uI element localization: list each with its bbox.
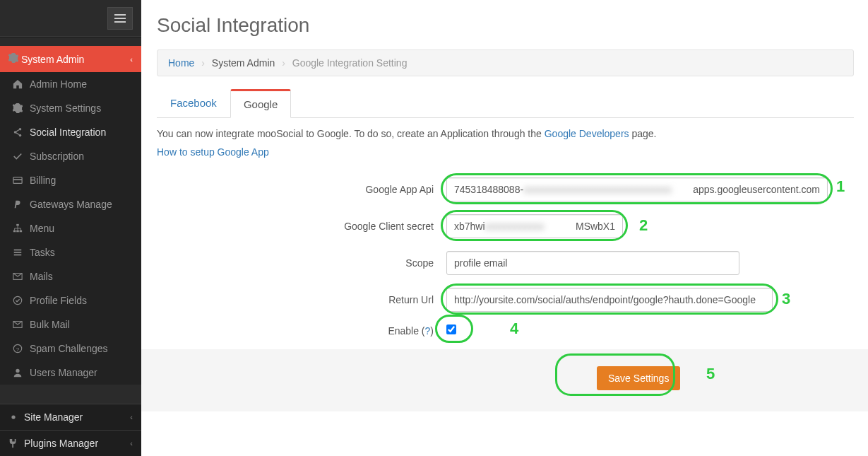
user-icon: [13, 368, 23, 378]
question-icon: ?: [13, 344, 23, 353]
sidebar-footer-label: Plugins Manager: [24, 438, 98, 449]
intro-prefix: You can now integrate mooSocial to Googl…: [157, 128, 545, 139]
sidebar-item-label: Tasks: [30, 247, 55, 258]
share-icon: [13, 127, 23, 137]
sidebar-item-bulk-mail[interactable]: Bulk Mail: [0, 312, 141, 337]
main-content: Social Integration Home › System Admin ›…: [141, 0, 868, 456]
save-settings-button[interactable]: Save Settings: [597, 366, 680, 390]
intro-suffix: page.: [629, 128, 657, 139]
page-title: Social Integration: [157, 14, 854, 37]
sidebar-item-tasks[interactable]: Tasks: [0, 240, 141, 264]
annotation-number-3: 3: [782, 290, 790, 308]
annotation-number-2: 2: [639, 216, 648, 235]
sidebar-item-social-integration[interactable]: Social Integration: [0, 120, 141, 144]
svg-rect-9: [14, 250, 22, 251]
sidebar-item-users-manager[interactable]: Users Manager: [0, 361, 141, 385]
svg-rect-11: [14, 255, 22, 256]
home-icon: [13, 79, 23, 89]
sidebar-item-label: Admin Home: [30, 78, 87, 90]
gear-icon: [13, 103, 23, 113]
tab-facebook[interactable]: Facebook: [157, 89, 230, 117]
mail-icon: [13, 320, 23, 329]
google-app-api-input[interactable]: 745318488088-xxxxxxxxxxxxxxxxxxxxxxxxxxx…: [446, 177, 828, 201]
label-scope: Scope: [157, 257, 446, 269]
intro-text: You can now integrate mooSocial to Googl…: [157, 128, 854, 139]
plug-icon: [8, 438, 18, 448]
sidebar-item-label: Menu: [30, 223, 54, 234]
tabs: Facebook Google: [157, 89, 854, 118]
app-api-value-prefix: 745318488088-: [454, 184, 523, 195]
svg-rect-7: [16, 230, 19, 233]
google-client-secret-input[interactable]: xb7hwixxxxxxxxxxxxMSwbX1: [446, 214, 623, 238]
sidebar-header-label: System Admin: [21, 54, 84, 65]
circle-check-icon: [13, 296, 23, 305]
sidebar-item-profile-fields[interactable]: Profile Fields: [0, 288, 141, 312]
sidebar-item-spam-challenges[interactable]: ?Spam Challenges: [0, 337, 141, 361]
settings-form: Google App Api 745318488088-xxxxxxxxxxxx…: [157, 177, 854, 337]
card-icon: [13, 175, 23, 185]
sidebar-item-label: Social Integration: [30, 127, 106, 138]
annotation-number-1: 1: [836, 177, 845, 196]
sidebar-nav: Admin Home System Settings Social Integr…: [0, 72, 141, 385]
gear-icon: [8, 53, 18, 63]
breadcrumb-home[interactable]: Home: [168, 57, 194, 69]
google-developers-link[interactable]: Google Developers: [545, 128, 629, 139]
sidebar-item-label: Subscription: [30, 151, 84, 162]
sidebar-item-subscription[interactable]: Subscription: [0, 144, 141, 168]
hamburger-button[interactable]: [107, 7, 133, 30]
breadcrumb-current: Google Integration Setting: [292, 57, 408, 69]
tab-google[interactable]: Google: [230, 89, 291, 118]
client-secret-suffix: MSwbX1: [576, 221, 615, 232]
sidebar-item-label: Profile Fields: [30, 295, 87, 306]
paypal-icon: [13, 199, 23, 209]
sidebar-item-label: Spam Challenges: [30, 343, 108, 354]
chevron-left-icon: ‹: [130, 413, 133, 421]
howto-link[interactable]: How to setup Google App: [157, 146, 269, 158]
svg-text:?: ?: [16, 346, 20, 353]
sidebar-footer-site-manager[interactable]: Site Manager ‹: [0, 404, 141, 430]
sidebar-item-label: Billing: [30, 175, 56, 186]
svg-rect-5: [16, 224, 19, 226]
label-enable: Enable (?): [157, 325, 446, 337]
sitemap-icon: [13, 223, 23, 233]
label-client-secret: Google Client secret: [157, 221, 446, 232]
svg-rect-10: [14, 252, 22, 253]
sidebar-header-system-admin[interactable]: System Admin ‹: [0, 46, 141, 72]
sidebar-item-admin-home[interactable]: Admin Home: [0, 72, 141, 96]
svg-point-17: [16, 369, 19, 373]
sidebar-item-label: Mails: [30, 271, 53, 282]
annotation-number-5: 5: [706, 365, 715, 383]
form-footer: Save Settings 5: [141, 349, 868, 411]
sidebar-footer-label: Site Manager: [24, 411, 83, 423]
app-api-value-redacted: xxxxxxxxxxxxxxxxxxxxxxxxxxxxxx: [523, 184, 693, 195]
scope-input[interactable]: [446, 251, 739, 275]
sidebar-item-system-settings[interactable]: System Settings: [0, 96, 141, 120]
sidebar-item-label: Bulk Mail: [30, 319, 70, 330]
sidebar-footer-plugins-manager[interactable]: Plugins Manager ‹: [0, 430, 141, 456]
annotation-number-4: 4: [510, 320, 518, 338]
sidebar-item-mails[interactable]: Mails: [0, 264, 141, 288]
sidebar-item-gateways-manage[interactable]: Gateways Manage: [0, 192, 141, 216]
breadcrumb-section[interactable]: System Admin: [212, 57, 275, 69]
sidebar-topbar: [0, 0, 141, 37]
label-return-url: Return Url: [157, 294, 446, 305]
sidebar-item-label: Gateways Manage: [30, 199, 112, 210]
svg-rect-8: [20, 230, 23, 233]
client-secret-prefix: xb7hwi: [454, 221, 485, 232]
chevron-left-icon: ‹: [130, 55, 133, 64]
list-icon: [13, 247, 23, 257]
mail-icon: [13, 271, 23, 281]
return-url-input[interactable]: [446, 288, 773, 312]
label-app-api: Google App Api: [157, 184, 446, 195]
sidebar-item-label: System Settings: [30, 103, 101, 114]
gear-icon: [8, 412, 18, 422]
sidebar-item-menu[interactable]: Menu: [0, 216, 141, 240]
breadcrumb: Home › System Admin › Google Integration…: [157, 49, 854, 76]
client-secret-redacted: xxxxxxxxxxxx: [485, 221, 576, 232]
sidebar-item-billing[interactable]: Billing: [0, 168, 141, 192]
svg-rect-6: [13, 230, 16, 233]
svg-rect-4: [13, 179, 22, 180]
sidebar: System Admin ‹ Admin Home System Setting…: [0, 0, 141, 456]
check-icon: [13, 151, 23, 161]
enable-checkbox[interactable]: [446, 325, 456, 334]
